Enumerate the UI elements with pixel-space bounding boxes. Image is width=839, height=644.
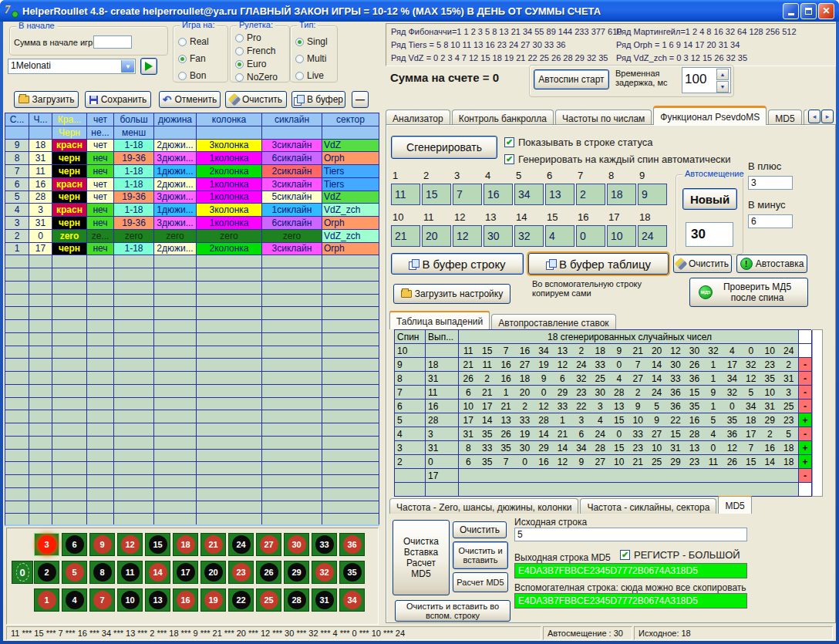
md5-aux-field[interactable]: E4DA3B7FBBCE2345D7772B0674A318D5 bbox=[514, 593, 747, 609]
tab-main-4[interactable]: Функционал PsevdoMS bbox=[653, 106, 767, 125]
delay-spinner[interactable]: 100 ▲ ▼ bbox=[682, 67, 731, 93]
history-empty-cell bbox=[29, 475, 52, 488]
board-number-32[interactable]: 32 bbox=[312, 561, 337, 584]
tab-main-3[interactable]: Частоты по числам bbox=[555, 110, 652, 125]
uppercase-checkbox[interactable]: ✔ РЕГИСТР - БОЛЬШОЙ bbox=[620, 549, 740, 561]
tab-main-2[interactable]: Контроль банкролла bbox=[452, 110, 554, 125]
show-status-checkbox[interactable]: ✔ Показывать в строке статуса bbox=[504, 137, 653, 148]
board-number-26[interactable]: 26 bbox=[256, 561, 281, 584]
tab-freq-3[interactable]: MD5 bbox=[718, 496, 751, 514]
new-shift-button[interactable]: Новый bbox=[682, 188, 737, 210]
board-number-22[interactable]: 22 bbox=[228, 588, 254, 612]
minus-input[interactable] bbox=[748, 214, 793, 228]
radio-option-multi[interactable]: Multi bbox=[295, 53, 326, 64]
radio-option-nozero[interactable]: NoZero bbox=[235, 72, 278, 83]
close-icon[interactable]: ✕ bbox=[818, 3, 834, 19]
board-number-7[interactable]: 7 bbox=[89, 588, 115, 612]
maximize-button[interactable] bbox=[800, 3, 817, 19]
minimize-button[interactable] bbox=[783, 3, 799, 19]
board-number-18[interactable]: 18 bbox=[173, 533, 198, 556]
board-number-36[interactable]: 36 bbox=[339, 533, 365, 556]
check-md5-button[interactable]: МД5 Проверить МД5 после спина bbox=[689, 278, 808, 307]
radio-option-french[interactable]: French bbox=[235, 46, 275, 56]
board-number-4[interactable]: 4 bbox=[62, 588, 87, 612]
preset-combobox[interactable]: 1Melonati ▼ bbox=[8, 59, 136, 74]
copy-row-button[interactable]: В буфер строку bbox=[391, 253, 524, 275]
board-number-15[interactable]: 15 bbox=[145, 533, 170, 556]
md5-source-input[interactable] bbox=[514, 528, 747, 541]
board-number-13[interactable]: 13 bbox=[145, 588, 170, 612]
board-number-14[interactable]: 14 bbox=[145, 561, 170, 584]
tab-main-1[interactable]: Анализатор bbox=[386, 110, 450, 125]
board-number-10[interactable]: 10 bbox=[117, 588, 143, 612]
tab-spins-1[interactable]: Таблица выпадений bbox=[389, 311, 490, 329]
spinner-down-icon[interactable]: ▼ bbox=[716, 81, 729, 93]
board-number-2[interactable]: 2 bbox=[34, 561, 59, 584]
board-number-17[interactable]: 17 bbox=[173, 561, 198, 584]
board-number-25[interactable]: 25 bbox=[256, 588, 281, 612]
spinner-up-icon[interactable]: ▲ bbox=[716, 69, 729, 80]
radio-option-live[interactable]: Live bbox=[295, 70, 324, 81]
board-number-19[interactable]: 19 bbox=[200, 588, 226, 612]
tab-freq-2[interactable]: Частота - сиклайны, сектора bbox=[580, 498, 716, 514]
md5-big-button[interactable]: Очистка Вставка Расчет MD5 bbox=[393, 520, 450, 595]
md5-calc-button[interactable]: Расчет MD5 bbox=[453, 572, 508, 592]
board-number-23[interactable]: 23 bbox=[228, 561, 254, 584]
collapse-button[interactable]: — bbox=[352, 91, 369, 108]
play-button[interactable] bbox=[140, 58, 157, 75]
toolbar-button-3[interactable]: ↶Отменить bbox=[159, 91, 221, 108]
board-number-11[interactable]: 11 bbox=[117, 561, 143, 584]
radio-option-euro[interactable]: Euro bbox=[235, 59, 266, 69]
history-empty-cell bbox=[197, 450, 262, 463]
board-number-1[interactable]: 1 bbox=[34, 588, 59, 612]
generate-button[interactable]: Сгенерировать bbox=[391, 136, 497, 159]
board-number-33[interactable]: 33 bbox=[312, 533, 337, 556]
radio-option-pro[interactable]: Pro bbox=[235, 32, 261, 43]
board-number-3[interactable]: 3 bbox=[34, 533, 59, 556]
load-settings-button[interactable]: Загрузить настройку bbox=[393, 284, 510, 304]
plus-input[interactable] bbox=[748, 176, 793, 190]
board-number-30[interactable]: 30 bbox=[284, 533, 309, 556]
tab-main-6[interactable]: Деление кол bbox=[804, 110, 807, 125]
md5-clear-button[interactable]: Очистить bbox=[453, 521, 507, 538]
board-number-16[interactable]: 16 bbox=[173, 588, 198, 612]
toolbar-button-4[interactable]: Очистить bbox=[225, 91, 287, 108]
radio-option-fan[interactable]: Fan bbox=[178, 53, 206, 64]
autobet-button[interactable]: ! Автоставка bbox=[736, 255, 807, 273]
autospin-start-button[interactable]: Автоспин старт bbox=[534, 69, 609, 89]
clear-gen-button[interactable]: Очистить bbox=[673, 255, 732, 273]
tab-freq-1[interactable]: Частота - Zero, шансы, дюжины, колонки bbox=[389, 498, 578, 514]
md5-clear-aux-button[interactable]: Очистить и вставить во вспом. строку bbox=[395, 600, 510, 622]
spins-scrollbar[interactable] bbox=[812, 329, 823, 497]
tab-scroll-left-icon[interactable]: ◂ bbox=[808, 110, 820, 123]
start-sum-input[interactable] bbox=[93, 35, 132, 49]
board-number-5[interactable]: 5 bbox=[62, 561, 87, 584]
copy-table-button[interactable]: В буфер таблицу bbox=[528, 253, 669, 275]
board-number-28[interactable]: 28 bbox=[284, 588, 309, 612]
board-number-24[interactable]: 24 bbox=[228, 533, 254, 556]
radio-option-singl[interactable]: Singl bbox=[295, 36, 328, 47]
radio-option-real[interactable]: Real bbox=[178, 36, 209, 47]
autogen-checkbox[interactable]: ✔ Генерировать на каждый спин автоматиче… bbox=[504, 153, 731, 165]
radio-option-bon[interactable]: Bon bbox=[178, 70, 206, 81]
toolbar-button-2[interactable]: Сохранить bbox=[85, 91, 151, 108]
board-number-27[interactable]: 27 bbox=[256, 533, 281, 556]
board-number-8[interactable]: 8 bbox=[89, 561, 115, 584]
toolbar-button-5[interactable]: В буфер bbox=[291, 91, 345, 108]
board-number-12[interactable]: 12 bbox=[117, 533, 143, 556]
board-number-31[interactable]: 31 bbox=[312, 588, 337, 612]
toolbar-button-1[interactable]: Загрузить bbox=[14, 91, 79, 108]
chevron-down-icon[interactable]: ▼ bbox=[121, 60, 134, 72]
board-zero-cell[interactable]: 0 bbox=[12, 561, 33, 584]
tab-main-5[interactable]: MD5 bbox=[768, 110, 801, 125]
board-number-6[interactable]: 6 bbox=[62, 533, 87, 556]
board-number-21[interactable]: 21 bbox=[200, 533, 226, 556]
board-number-29[interactable]: 29 bbox=[284, 561, 309, 584]
board-number-35[interactable]: 35 bbox=[339, 561, 365, 584]
tab-scroll-right-icon[interactable]: ▸ bbox=[821, 110, 834, 123]
board-number-34[interactable]: 34 bbox=[339, 588, 365, 612]
tab-spins-2[interactable]: Автопроставление ставок bbox=[491, 314, 615, 329]
md5-clear-insert-button[interactable]: Очистить и вставить bbox=[453, 541, 508, 569]
board-number-20[interactable]: 20 bbox=[200, 561, 226, 584]
board-number-9[interactable]: 9 bbox=[89, 533, 115, 556]
